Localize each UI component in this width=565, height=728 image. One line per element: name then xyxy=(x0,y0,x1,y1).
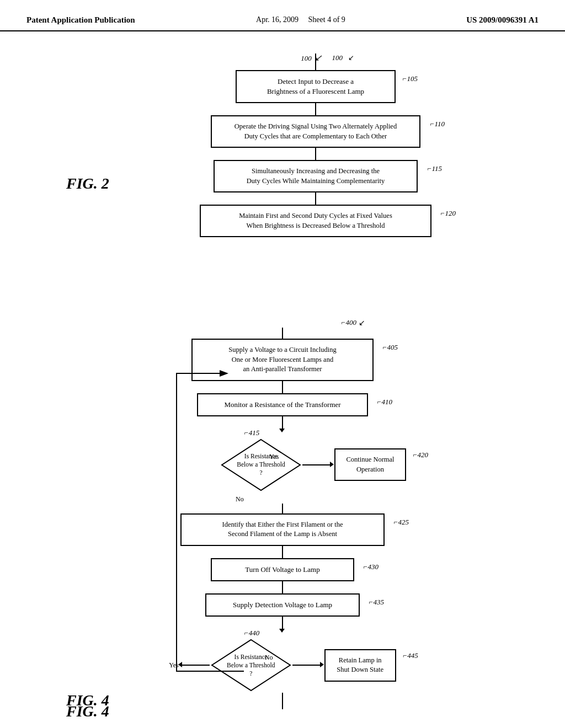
ref-405: ⌐405 xyxy=(382,343,398,352)
page-header: Patent Application Publication Apr. 16, … xyxy=(0,0,565,31)
ref-420: ⌐420 xyxy=(413,451,428,459)
ref-440: ⌐440 xyxy=(244,629,259,638)
box-420-text: Continue NormalOperation xyxy=(346,456,394,473)
box-435-text: Supply Detection Voltage to Lamp xyxy=(233,601,332,609)
box-430: Turn Off Voltage to Lamp xyxy=(211,558,354,581)
box-120-text: Maintain First and Second Duty Cycles at… xyxy=(239,212,392,229)
ref-120: ⌐120 xyxy=(440,209,456,218)
box-435: Supply Detection Voltage to Lamp xyxy=(205,593,360,617)
diamond-440: Is ResistanceBelow a Threshold? xyxy=(210,638,292,693)
ref-430: ⌐430 xyxy=(363,563,379,571)
fig4-label-display: FIG. 4 xyxy=(66,703,109,720)
box-115: Simultaneously Increasing and Decreasing… xyxy=(214,160,418,192)
yes-440-label: Yes xyxy=(169,661,178,670)
box-445: Retain Lamp inShut Down State xyxy=(324,649,396,682)
box-405-text: Supply a Voltage to a Circuit IncludingO… xyxy=(228,346,336,373)
ref-110: ⌐110 xyxy=(430,120,445,129)
ref-100-label: 100 xyxy=(301,54,312,62)
box-425-text: Identify that Either the First Filament … xyxy=(222,521,343,538)
ref-415: ⌐415 xyxy=(244,429,259,437)
ref-400: ⌐400 xyxy=(341,318,356,328)
ref-100: 100 xyxy=(332,53,343,62)
box-105-text: Detect Input to Decrease aBrightness of … xyxy=(267,77,364,95)
box-420: Continue NormalOperation xyxy=(334,448,406,481)
fig4-section: FIG. 4 ⌐400 ↙ Supply a Voltage to a Circ… xyxy=(33,318,532,726)
ref-410: ⌐410 xyxy=(377,398,392,406)
ref-115: ⌐115 xyxy=(427,164,442,173)
header-date-sheet: Apr. 16, 2009 Sheet 4 of 9 xyxy=(256,15,345,24)
box-120: Maintain First and Second Duty Cycles at… xyxy=(200,205,431,237)
box-445-text: Retain Lamp inShut Down State xyxy=(337,656,383,674)
box-115-text: Simultaneously Increasing and Decreasing… xyxy=(247,167,385,185)
box-425: Identify that Either the First Filament … xyxy=(180,513,385,546)
main-content: FIG. 2 100 ↙ 100 ↙ Detect Input to Decre… xyxy=(0,31,565,728)
box-105: Detect Input to Decrease aBrightness of … xyxy=(236,70,396,103)
box-410-text: Monitor a Resistance of the Transformer xyxy=(224,400,340,409)
ref-445: ⌐445 xyxy=(402,651,418,660)
box-110-text: Operate the Driving Signal Using Two Alt… xyxy=(234,122,397,140)
fig2-label: FIG. 2 xyxy=(66,175,109,192)
fig2-section: FIG. 2 100 ↙ 100 ↙ Detect Input to Decre… xyxy=(33,53,532,296)
header-publication: Patent Application Publication xyxy=(26,15,135,25)
ref-435: ⌐435 xyxy=(369,598,384,607)
diamond-415: Is ResistanceBelow a Threshold? xyxy=(220,437,302,493)
ref-105: ⌐105 xyxy=(402,74,418,83)
diamond-415-text: Is ResistanceBelow a Threshold? xyxy=(232,452,289,477)
header-patent-number: US 2009/0096391 A1 xyxy=(466,15,539,25)
ref-425: ⌐425 xyxy=(393,518,409,527)
box-110: Operate the Driving Signal Using Two Alt… xyxy=(211,115,420,148)
box-405: Supply a Voltage to a Circuit IncludingO… xyxy=(191,339,374,381)
box-410: Monitor a Resistance of the Transformer xyxy=(197,393,368,416)
box-430-text: Turn Off Voltage to Lamp xyxy=(245,565,319,574)
no-415-label: No xyxy=(236,495,244,503)
diamond-440-text: Is ResistanceBelow a Threshold? xyxy=(222,653,279,678)
